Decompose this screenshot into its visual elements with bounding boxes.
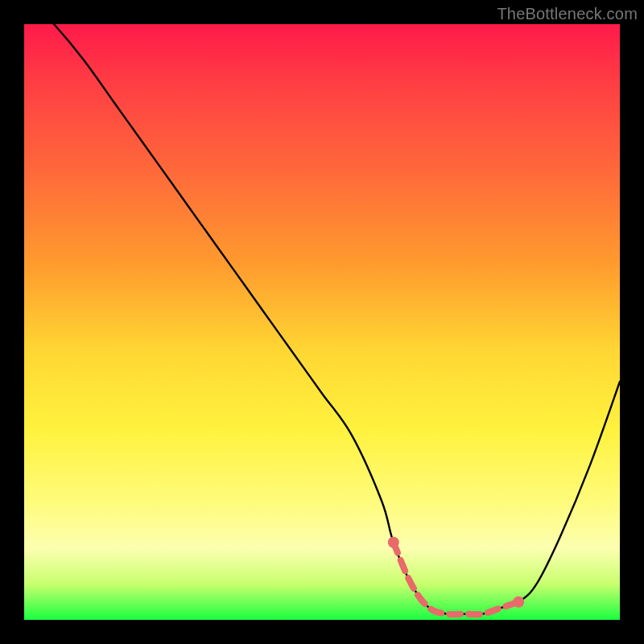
highlight-end-dot — [513, 597, 524, 608]
curve-overlay — [24, 24, 620, 620]
highlight-segment — [388, 537, 524, 614]
highlight-start-dot — [388, 537, 399, 548]
watermark-label: TheBottleneck.com — [497, 5, 638, 23]
curve-line — [24, 0, 620, 614]
bottleneck-curve — [24, 0, 620, 614]
highlight-dash — [394, 543, 518, 614]
chart-container: TheBottleneck.com — [0, 0, 644, 644]
